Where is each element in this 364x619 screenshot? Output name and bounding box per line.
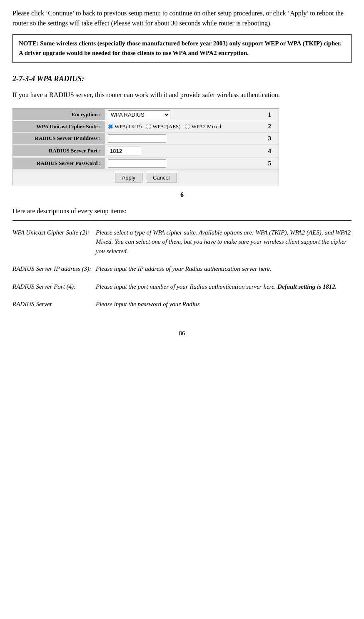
page-number: 86 [12, 330, 352, 337]
number-1: 1 [268, 111, 276, 118]
radius-port-row: RADIUS Server Port : 4 [13, 145, 279, 157]
desc-def-port: Please input the port number of your Rad… [96, 282, 352, 300]
apply-button[interactable]: Apply [115, 173, 143, 182]
cipher-row: WPA Unicast Cipher Suite : WPA(TKIP) WPA… [13, 121, 279, 132]
encryption-value-cell: WPA RADIUS 1 [105, 109, 279, 121]
cipher-wpa2-mixed-label[interactable]: WPA2 Mixed [185, 123, 221, 130]
cipher-wpa-tkip-label[interactable]: WPA(TKIP) [108, 123, 142, 130]
cipher-wpa2-mixed-radio[interactable] [185, 124, 190, 129]
radius-pwd-input[interactable] [108, 159, 166, 168]
desc-def-pwd: Please input the password of your Radius [96, 300, 352, 317]
encryption-row: Encryption : WPA RADIUS 1 [13, 109, 279, 121]
cipher-wpa2-aes-text: WPA2(AES) [152, 123, 180, 130]
radius-port-input[interactable] [108, 147, 141, 155]
cancel-button[interactable]: Cancel [146, 173, 177, 182]
descriptions-table: WPA Unicast Cipher Suite (2): Please sel… [12, 228, 352, 317]
number-5: 5 [268, 160, 276, 167]
button-row: Apply Cancel [13, 170, 279, 185]
intro-text: Please click ‘Continue’ to back to previ… [12, 8, 352, 28]
radius-port-value-cell: 4 [105, 145, 279, 157]
cipher-label: WPA Unicast Cipher Suite : [13, 121, 105, 132]
radius-pwd-row: RADIUS Server Password : 5 [13, 157, 279, 170]
note-box: NOTE: Some wireless clients (especially … [12, 34, 352, 63]
config-table: Encryption : WPA RADIUS 1 WPA Unicast Ci… [12, 108, 279, 185]
number-4: 4 [268, 147, 276, 155]
divider [12, 220, 352, 221]
desc-row-ip: RADIUS Server IP address (3): Please inp… [12, 264, 352, 282]
cipher-wpa-tkip-text: WPA(TKIP) [115, 123, 142, 130]
descriptions-intro: Here are descriptions of every setup ite… [12, 206, 352, 216]
encryption-label: Encryption : [13, 109, 105, 120]
number-2: 2 [268, 123, 276, 130]
radius-ip-value-cell: 3 [105, 132, 279, 145]
desc-row-pwd: RADIUS Server Please input the password … [12, 300, 352, 317]
cipher-wpa2-aes-label[interactable]: WPA2(AES) [146, 123, 180, 130]
radius-ip-input[interactable] [108, 134, 166, 143]
desc-term-port: RADIUS Server Port (4): [12, 282, 96, 300]
desc-row-cipher: WPA Unicast Cipher Suite (2): Please sel… [12, 228, 352, 265]
radius-port-label: RADIUS Server Port : [13, 145, 105, 156]
default-setting-bold: Default setting is 1812. [277, 283, 337, 290]
cipher-wpa2-mixed-text: WPA2 Mixed [192, 123, 221, 130]
encryption-select[interactable]: WPA RADIUS [108, 110, 170, 119]
desc-term-pwd: RADIUS Server [12, 300, 96, 317]
radius-pwd-label: RADIUS Server Password : [13, 158, 105, 169]
desc-term-cipher: WPA Unicast Cipher Suite (2): [12, 228, 96, 265]
number-3: 3 [268, 135, 276, 142]
section-title: 2-7-3-4 WPA RADIUS: [12, 75, 352, 83]
radius-ip-label: RADIUS Server IP address : [13, 133, 105, 144]
cipher-wpa-tkip-radio[interactable] [108, 124, 113, 129]
desc-term-ip: RADIUS Server IP address (3): [12, 264, 96, 282]
cipher-wpa2-aes-radio[interactable] [146, 124, 151, 129]
radius-pwd-value-cell: 5 [105, 157, 279, 170]
cipher-radio-group: WPA(TKIP) WPA2(AES) WPA2 Mixed [108, 123, 221, 130]
desc-row-port: RADIUS Server Port (4): Please input the… [12, 282, 352, 300]
number-6: 6 [12, 191, 352, 199]
cipher-value-cell: WPA(TKIP) WPA2(AES) WPA2 Mixed 2 [105, 121, 279, 132]
radius-ip-row: RADIUS Server IP address : 3 [13, 132, 279, 145]
desc-def-cipher: Please select a type of WPA cipher suite… [96, 228, 352, 265]
desc-def-ip: Please input the IP address of your Radi… [96, 264, 352, 282]
section-desc: If you have a RADIUS server, this router… [12, 90, 352, 100]
